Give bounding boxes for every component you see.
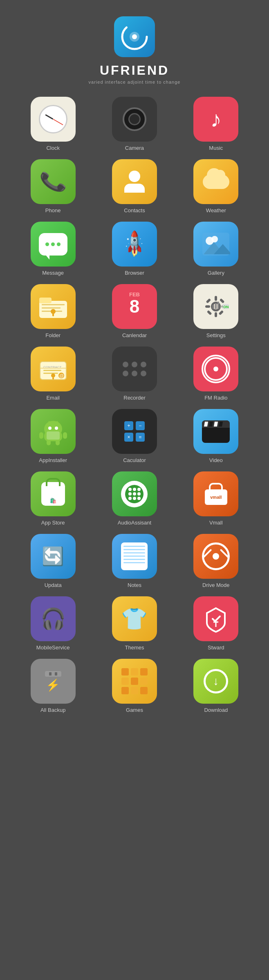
app-icon-notes — [112, 534, 157, 579]
app-item-gallery[interactable]: Gallery — [179, 222, 253, 276]
rocket-icon: 🚀 — [119, 229, 150, 260]
app-item-camera[interactable]: Camera — [98, 97, 171, 151]
app-item-mobileservice[interactable]: 🎧 MobileService — [16, 596, 90, 651]
note-line-4 — [123, 556, 145, 557]
note-line-1 — [123, 546, 145, 547]
game-tile-4 — [121, 678, 129, 685]
svg-text:ON: ON — [223, 305, 229, 309]
app-label-appstore: App Store — [41, 520, 65, 526]
app-item-recorder[interactable]: Recorder — [98, 347, 171, 401]
app-item-settings[interactable]: ON Settings — [179, 284, 253, 338]
app-item-audio[interactable]: AudioAssisant — [98, 471, 171, 526]
vmall-handle — [209, 483, 223, 489]
svg-rect-14 — [52, 313, 54, 316]
store-bag-icon: 🛍️ — [41, 482, 65, 506]
app-item-appstore[interactable]: 🛍️ App Store — [16, 471, 90, 526]
app-item-updata[interactable]: 🔄 Updata — [16, 534, 90, 588]
app-item-fmradio[interactable]: FM Radio — [179, 347, 253, 401]
app-item-contacts[interactable]: Contacts — [98, 159, 171, 213]
audio-dots-grid — [128, 488, 141, 500]
a-dot-9 — [137, 497, 141, 500]
app-icon-allbackup: ⚡ — [31, 659, 76, 704]
app-icon-contacts — [112, 159, 157, 204]
svg-text:@: @ — [59, 373, 64, 378]
app-item-allbackup[interactable]: ⚡ All Backup — [16, 659, 90, 713]
app-label-mobileservice: MobileService — [36, 644, 70, 651]
calendar-month-text: FEB — [129, 291, 140, 298]
folder-svg — [38, 294, 68, 319]
game-tile-5 — [131, 678, 138, 685]
svg-point-41 — [48, 427, 52, 430]
svg-rect-22 — [219, 310, 224, 316]
app-label-message: Message — [42, 270, 64, 276]
app-label-folder: Folder — [45, 332, 61, 338]
game-tile-2 — [131, 668, 138, 676]
logo-svg — [120, 22, 149, 51]
weather-cloud-icon — [203, 175, 229, 189]
app-item-games[interactable]: Games — [98, 659, 171, 713]
game-tile-9 — [140, 687, 148, 694]
app-item-appinstaller[interactable]: AppInstaller — [16, 409, 90, 463]
app-item-browser[interactable]: 🚀 Browser — [98, 222, 171, 276]
svg-rect-28 — [215, 303, 217, 309]
app-icon-browser: 🚀 — [112, 222, 157, 267]
note-line-2 — [123, 549, 145, 550]
app-label-updata: Updata — [45, 582, 62, 588]
app-icon-stward — [193, 596, 238, 641]
usb-symbol-text: ⚡ — [46, 678, 60, 692]
app-label-video: Video — [209, 457, 223, 463]
contacts-person-icon — [124, 171, 145, 193]
camera-lens-inner — [128, 113, 141, 125]
clock-face — [39, 105, 67, 133]
clock-hand-hour — [45, 114, 54, 120]
app-item-download[interactable]: ↓ Download — [179, 659, 253, 713]
app-icon-calculator: + − × = — [112, 409, 157, 454]
message-bubble-icon — [39, 233, 67, 256]
usb-connector-body — [45, 671, 61, 677]
video-clapper-icon — [202, 420, 230, 443]
app-item-drivemode[interactable]: Drive Mode — [179, 534, 253, 588]
radio-center-dot — [213, 367, 218, 371]
app-item-vmall[interactable]: vmall Vmall — [179, 471, 253, 526]
game-tile-1 — [121, 668, 129, 676]
app-item-phone[interactable]: 📞 Phone — [16, 159, 90, 213]
settings-svg: ON — [202, 293, 230, 320]
app-icon-calendar: FEB 8 — [112, 284, 157, 329]
app-grid: Clock Camera ♪ Music 📞 Phone Contact — [0, 97, 269, 713]
sw-spoke-right — [220, 549, 229, 558]
download-circle: ↓ — [204, 669, 228, 693]
appinstaller-svg — [38, 417, 68, 446]
note-line-3 — [123, 552, 145, 553]
app-item-message[interactable]: Message — [16, 222, 90, 276]
app-item-themes[interactable]: 👕 Themes — [98, 596, 171, 651]
app-item-calculator[interactable]: + − × = Caculator — [98, 409, 171, 463]
app-item-folder[interactable]: Folder — [16, 284, 90, 338]
app-label-fmradio: FM Radio — [204, 395, 227, 401]
app-label-email: Email — [46, 395, 60, 401]
stripe-2 — [209, 422, 213, 427]
app-label-music: Music — [209, 145, 223, 151]
game-tile-3 — [140, 668, 148, 676]
app-item-video[interactable]: Video — [179, 409, 253, 463]
calc-btn-minus: − — [136, 421, 145, 430]
app-item-notes[interactable]: Notes — [98, 534, 171, 588]
app-label-notes: Notes — [128, 582, 141, 588]
note-line-6 — [123, 562, 145, 563]
app-item-clock[interactable]: Clock — [16, 97, 90, 151]
app-item-stward[interactable]: Stward — [179, 596, 253, 651]
stward-svg — [202, 605, 230, 633]
app-icon-email: CONTRACT @ — [31, 347, 76, 391]
app-item-email[interactable]: CONTRACT @ Email — [16, 347, 90, 401]
app-icon-drivemode — [193, 534, 238, 579]
app-item-music[interactable]: ♪ Music — [179, 97, 253, 151]
app-label-audio: AudioAssisant — [118, 520, 151, 526]
stripe-1 — [204, 422, 208, 427]
app-item-weather[interactable]: Weather — [179, 159, 253, 213]
svg-rect-29 — [217, 302, 219, 309]
app-label-gallery: Gallery — [208, 270, 224, 276]
usb-connector-icon: ⚡ — [45, 671, 61, 692]
app-item-calendar[interactable]: FEB 8 Canlendar — [98, 284, 171, 338]
rec-dot-4 — [123, 371, 128, 376]
svg-rect-24 — [207, 310, 212, 316]
app-label-clock: Clock — [46, 145, 60, 151]
